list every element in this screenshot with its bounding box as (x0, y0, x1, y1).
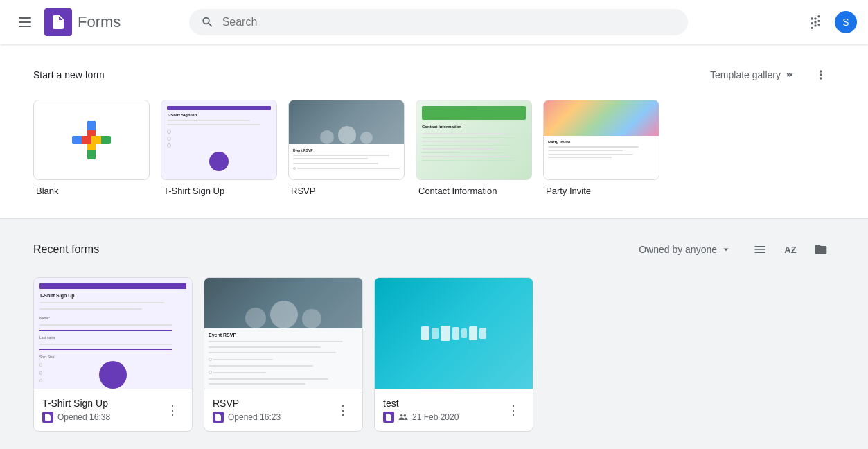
card-rsvp-meta-text: Opened 16:23 (228, 412, 281, 422)
form-icon-tshirt (42, 412, 53, 423)
dropdown-arrow-icon (720, 243, 732, 256)
apps-button[interactable] (801, 8, 829, 36)
recent-card-tshirt-thumb: T-Shirt Sign Up Name* Last name Shirt Si… (34, 278, 192, 389)
test-img (375, 278, 533, 323)
recent-card-tshirt[interactable]: T-Shirt Sign Up Name* Last name Shirt Si… (33, 277, 193, 432)
search-icon (201, 15, 214, 29)
svg-rect-0 (19, 17, 31, 19)
card-tshirt-more-button[interactable]: ⋮ (161, 399, 184, 421)
plus-icon (72, 121, 111, 159)
people-icon (398, 412, 408, 422)
party-img (544, 100, 659, 136)
owned-dropdown[interactable]: Owned by anyone (633, 239, 738, 260)
template-blank-label: Blank (33, 186, 150, 196)
card-info-left-test: test 21 Feb 2020 (383, 398, 459, 423)
recent-title: Recent forms (33, 243, 99, 256)
app-logo-icon (44, 8, 72, 36)
view-icons: AZ (746, 236, 835, 263)
party-preview: Party Invite (544, 100, 659, 179)
party-form: Party Invite (544, 136, 659, 179)
menu-button[interactable] (11, 8, 39, 36)
card-rsvp-meta: Opened 16:23 (213, 412, 281, 423)
section-controls: Template gallery (705, 61, 835, 89)
template-tshirt-label: T-Shirt Sign Up (161, 186, 277, 196)
recent-header: Recent forms Owned by anyone AZ (33, 236, 835, 263)
recent-card-rsvp-info: RSVP Opened 16:23 ⋮ (204, 389, 362, 431)
template-party-label: Party Invite (543, 186, 659, 196)
card-test-meta-text: 21 Feb 2020 (412, 412, 459, 422)
template-party[interactable]: Party Invite Party Invite (543, 100, 659, 196)
more-options-button[interactable] (807, 61, 835, 89)
svg-rect-1 (19, 21, 31, 23)
template-rsvp-thumb: Event RSVP (288, 100, 405, 180)
rsvp-form-large: Event RSVP (204, 328, 362, 389)
test-large-preview: Youth Bol Survey (375, 278, 533, 389)
template-contact-label: Contact Information (416, 186, 532, 196)
new-form-section: Start a new form Template gallery (0, 44, 868, 219)
card-test-more-button[interactable]: ⋮ (502, 399, 524, 421)
contact-preview: Contact Information (416, 100, 531, 179)
new-form-header: Start a new form Template gallery (33, 61, 835, 89)
recent-card-rsvp[interactable]: Event RSVP (204, 277, 363, 432)
sort-az-button[interactable]: AZ (777, 236, 804, 263)
template-contact-thumb: Contact Information (416, 100, 532, 180)
card-test-title: test (383, 398, 459, 409)
card-tshirt-meta-text: Opened 16:38 (57, 412, 110, 422)
rsvp-large-preview: Event RSVP (204, 278, 362, 389)
recent-section: Recent forms Owned by anyone AZ (0, 219, 868, 448)
svg-rect-2 (19, 26, 31, 27)
new-form-title: Start a new form (33, 69, 105, 80)
rsvp-img (289, 100, 404, 144)
app-header: Forms S (0, 0, 868, 44)
app-name: Forms (78, 13, 121, 31)
template-party-thumb: Party Invite (543, 100, 659, 180)
search-box[interactable] (189, 9, 688, 35)
template-rsvp[interactable]: Event RSVP RSVP (288, 100, 405, 196)
recent-card-tshirt-info: T-Shirt Sign Up Opened 16:38 ⋮ (34, 389, 192, 431)
recent-card-test-thumb: Youth Bol Survey (375, 278, 533, 389)
template-blank[interactable]: Blank (33, 100, 150, 196)
template-gallery-label: Template gallery (710, 69, 781, 80)
recent-controls: Owned by anyone AZ (633, 236, 835, 263)
card-rsvp-more-button[interactable]: ⋮ (332, 399, 354, 421)
header-right: S (801, 8, 857, 36)
recent-card-rsvp-thumb: Event RSVP (204, 278, 362, 389)
card-rsvp-title: RSVP (213, 398, 281, 409)
rsvp-preview: Event RSVP (289, 100, 404, 179)
search-input[interactable] (222, 16, 676, 28)
user-avatar[interactable]: S (835, 11, 857, 33)
card-info-left-tshirt: T-Shirt Sign Up Opened 16:38 (42, 398, 110, 423)
card-info-left-rsvp: RSVP Opened 16:23 (213, 398, 281, 423)
template-tshirt-thumb: T-Shirt Sign Up (161, 100, 277, 180)
card-tshirt-title: T-Shirt Sign Up (42, 398, 110, 409)
template-rsvp-label: RSVP (288, 186, 405, 196)
recent-card-test[interactable]: Youth Bol Survey (374, 277, 533, 432)
template-contact[interactable]: Contact Information Contact Information (416, 100, 532, 196)
card-tshirt-meta: Opened 16:38 (42, 412, 110, 423)
template-tshirt[interactable]: T-Shirt Sign Up (161, 100, 277, 196)
templates-row: Blank T-Shirt Sign Up (33, 100, 835, 196)
tshirt-preview: T-Shirt Sign Up (161, 100, 276, 179)
form-icon-rsvp (213, 412, 224, 423)
card-test-meta: 21 Feb 2020 (383, 412, 459, 423)
owned-label: Owned by anyone (639, 244, 717, 255)
app-logo: Forms (44, 8, 121, 36)
folder-button[interactable] (807, 236, 835, 263)
search-area (189, 9, 688, 35)
rsvp-form-part: Event RSVP (289, 144, 404, 179)
rsvp-img-large (204, 278, 362, 328)
recent-card-test-info: test 21 Feb 2020 (375, 389, 533, 431)
form-icon-test (383, 412, 394, 423)
template-gallery-button[interactable]: Template gallery (705, 64, 801, 85)
tshirt-large-preview: T-Shirt Sign Up Name* Last name Shirt Si… (34, 278, 192, 389)
expand-icon (783, 69, 796, 81)
main-content: Start a new form Template gallery (0, 44, 868, 448)
list-view-button[interactable] (746, 236, 774, 263)
template-blank-thumb (33, 100, 150, 180)
recent-cards: T-Shirt Sign Up Name* Last name Shirt Si… (33, 277, 835, 432)
